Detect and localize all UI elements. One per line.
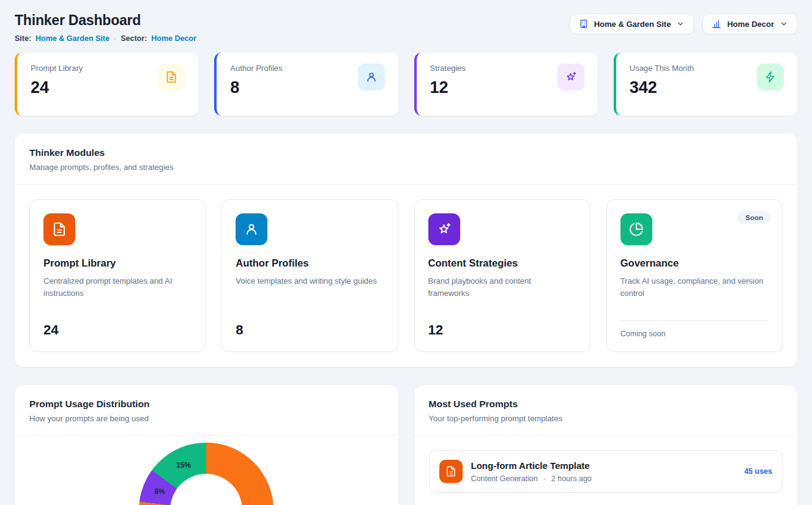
stat-text: Strategies 12 bbox=[430, 64, 466, 97]
person-icon bbox=[358, 64, 385, 90]
module-value: 24 bbox=[43, 322, 192, 338]
person-icon bbox=[236, 213, 267, 245]
stat-card-author-profiles: Author Profiles 8 bbox=[214, 53, 398, 116]
module-card-governance[interactable]: Soon Governance Track AI usage, complian… bbox=[606, 199, 783, 352]
site-link[interactable]: Home & Garden Site bbox=[35, 34, 110, 43]
module-card-content-strategies[interactable]: Content Strategies Brand playbooks and c… bbox=[414, 199, 590, 352]
bar-chart-icon bbox=[712, 19, 721, 29]
thinker-modules-section: Thinker Modules Manage prompts, profiles… bbox=[15, 134, 797, 367]
pie-chart-icon bbox=[620, 213, 652, 245]
most-used-prompts-panel: Most Used Prompts Your top-performing pr… bbox=[414, 385, 798, 505]
building-icon bbox=[579, 19, 589, 29]
breadcrumb: Site: Home & Garden Site · Sector: Home … bbox=[15, 34, 196, 43]
stat-text: Usage This Month 342 bbox=[630, 64, 694, 97]
prompt-list-item[interactable]: Long-form Article Template Content Gener… bbox=[429, 450, 783, 493]
dashboard-page: Thinker Dashboard Site: Home & Garden Si… bbox=[0, 0, 812, 505]
prompts-panel-title: Most Used Prompts bbox=[429, 399, 783, 410]
document-icon bbox=[43, 213, 75, 245]
sector-link[interactable]: Home Decor bbox=[151, 34, 196, 43]
stat-label: Usage This Month bbox=[630, 64, 694, 73]
sector-selector-label: Home Decor bbox=[727, 20, 774, 29]
stat-value: 24 bbox=[31, 78, 83, 97]
site-label: Site: bbox=[15, 34, 31, 43]
prompt-time: 2 hours ago bbox=[551, 474, 592, 483]
stats-row: Prompt Library 24 Author Profiles 8 Stra… bbox=[15, 53, 797, 116]
modules-header: Thinker Modules Manage prompts, profiles… bbox=[15, 134, 797, 185]
module-title: Prompt Library bbox=[43, 257, 192, 269]
page-title: Thinker Dashboard bbox=[15, 12, 196, 29]
sparkle-star-icon bbox=[557, 64, 584, 90]
prompts-panel-header: Most Used Prompts Your top-performing pr… bbox=[414, 385, 798, 436]
donut-segment-label: 15% bbox=[176, 461, 191, 470]
module-value: 8 bbox=[236, 322, 384, 338]
prompt-meta: Content Generation · 2 hours ago bbox=[471, 474, 736, 483]
modules-subtitle: Manage prompts, profiles, and strategies bbox=[29, 163, 783, 172]
usage-panel-header: Prompt Usage Distribution How your promp… bbox=[15, 385, 398, 436]
usage-chart-area: 77%8%15% bbox=[15, 436, 398, 505]
module-title: Author Profiles bbox=[236, 257, 384, 269]
chevron-down-icon bbox=[676, 20, 685, 28]
header-left: Thinker Dashboard Site: Home & Garden Si… bbox=[15, 12, 196, 43]
stat-text: Prompt Library 24 bbox=[31, 64, 83, 97]
document-icon bbox=[158, 64, 185, 90]
usage-donut: 77%8%15% bbox=[139, 443, 274, 505]
bottom-panels: Prompt Usage Distribution How your promp… bbox=[15, 385, 797, 505]
stat-text: Author Profiles 8 bbox=[230, 64, 282, 97]
modules-title: Thinker Modules bbox=[29, 147, 783, 158]
module-description: Brand playbooks and content frameworks bbox=[428, 275, 572, 299]
stat-label: Author Profiles bbox=[230, 64, 282, 73]
stat-value: 8 bbox=[230, 78, 282, 97]
soon-badge: Soon bbox=[737, 211, 771, 224]
header-actions: Home & Garden Site Home Decor bbox=[570, 13, 797, 34]
site-selector-label: Home & Garden Site bbox=[594, 20, 671, 29]
chevron-down-icon bbox=[780, 20, 788, 28]
prompt-title: Long-form Article Template bbox=[471, 460, 736, 471]
sector-selector-dropdown[interactable]: Home Decor bbox=[702, 13, 797, 34]
usage-panel-title: Prompt Usage Distribution bbox=[29, 399, 384, 410]
stat-card-prompt-library: Prompt Library 24 bbox=[15, 53, 198, 116]
module-description: Voice templates and writing style guides bbox=[236, 275, 379, 287]
module-description: Centralized prompt templates and AI inst… bbox=[43, 275, 187, 299]
module-card-prompt-library[interactable]: Prompt Library Centralized prompt templa… bbox=[29, 199, 206, 352]
stat-card-strategies: Strategies 12 bbox=[414, 53, 598, 116]
usage-panel-subtitle: How your prompts are being used bbox=[29, 414, 384, 423]
meta-separator: · bbox=[543, 474, 546, 483]
donut-hole bbox=[170, 474, 242, 505]
prompt-category: Content Generation bbox=[471, 474, 538, 483]
modules-grid: Prompt Library Centralized prompt templa… bbox=[15, 185, 797, 367]
header: Thinker Dashboard Site: Home & Garden Si… bbox=[15, 12, 797, 43]
sector-label: Sector: bbox=[121, 34, 147, 43]
stat-label: Prompt Library bbox=[31, 64, 83, 73]
stat-card-usage: Usage This Month 342 bbox=[614, 53, 797, 116]
module-card-author-profiles[interactable]: Author Profiles Voice templates and writ… bbox=[222, 199, 398, 352]
stat-value: 12 bbox=[430, 78, 466, 97]
document-icon bbox=[439, 460, 463, 483]
meta-separator: · bbox=[114, 34, 116, 43]
site-selector-dropdown[interactable]: Home & Garden Site bbox=[570, 13, 695, 34]
lightning-icon bbox=[757, 64, 784, 90]
module-title: Governance bbox=[620, 257, 769, 269]
coming-soon-text: Coming soon bbox=[620, 320, 769, 338]
donut-segment-label: 8% bbox=[154, 487, 165, 496]
module-value: 12 bbox=[428, 322, 576, 338]
prompt-list: Long-form Article Template Content Gener… bbox=[414, 436, 798, 505]
prompts-panel-subtitle: Your top-performing prompt templates bbox=[429, 414, 783, 423]
prompt-uses-badge: 45 uses bbox=[744, 467, 772, 476]
module-title: Content Strategies bbox=[428, 257, 576, 269]
stat-value: 342 bbox=[630, 78, 694, 97]
module-description: Track AI usage, compliance, and version … bbox=[620, 275, 764, 299]
usage-distribution-panel: Prompt Usage Distribution How your promp… bbox=[15, 385, 398, 505]
stat-label: Strategies bbox=[430, 64, 466, 73]
prompt-info: Long-form Article Template Content Gener… bbox=[471, 460, 736, 483]
sparkle-star-icon bbox=[428, 213, 460, 245]
